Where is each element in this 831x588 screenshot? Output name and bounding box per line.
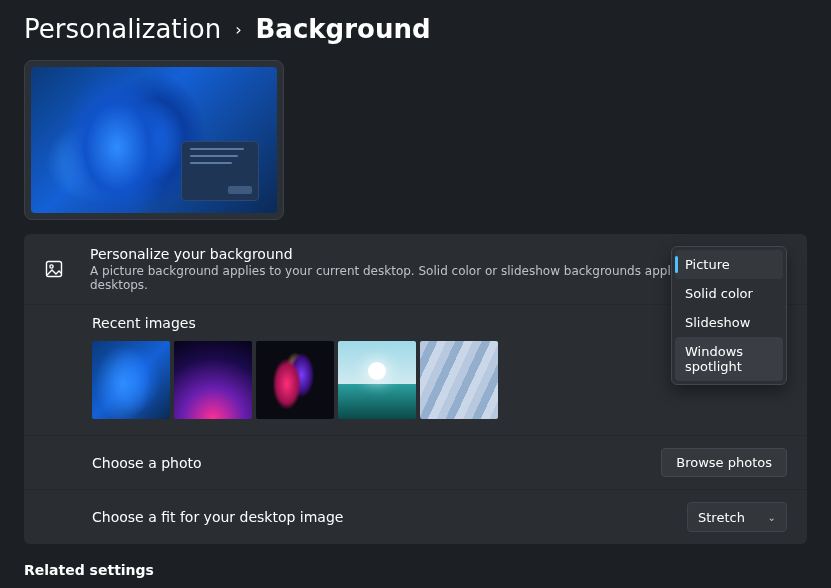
page-title: Background [256,14,431,44]
choose-photo-row: Choose a photo Browse photos [24,435,807,489]
svg-rect-0 [47,262,62,277]
chevron-down-icon: ⌄ [768,512,776,523]
background-settings-card: Personalize your background A picture ba… [24,234,807,544]
choose-fit-row: Choose a fit for your desktop image Stre… [24,489,807,544]
dropdown-option-windows-spotlight[interactable]: Windows spotlight [675,337,783,381]
recent-image-4[interactable] [338,341,416,419]
breadcrumb-parent[interactable]: Personalization [24,14,221,44]
recent-image-5[interactable] [420,341,498,419]
dropdown-option-slideshow[interactable]: Slideshow [675,308,783,337]
browse-photos-button[interactable]: Browse photos [661,448,787,477]
recent-image-3[interactable] [256,341,334,419]
dropdown-option-solid-color[interactable]: Solid color [675,279,783,308]
personalize-row: Personalize your background A picture ba… [24,234,807,304]
picture-icon [44,259,64,279]
choose-photo-label: Choose a photo [92,455,661,471]
background-preview-image [31,67,277,213]
dropdown-option-picture[interactable]: Picture [675,250,783,279]
recent-image-1[interactable] [92,341,170,419]
fit-dropdown-value: Stretch [698,510,745,525]
background-preview [24,60,284,220]
chevron-right-icon: › [235,20,241,39]
recent-image-2[interactable] [174,341,252,419]
svg-point-1 [50,265,53,268]
background-type-dropdown[interactable]: Picture Solid color Slideshow Windows sp… [671,246,787,385]
preview-window-mock [181,141,259,201]
breadcrumb: Personalization › Background [24,14,807,44]
choose-fit-label: Choose a fit for your desktop image [92,509,687,525]
fit-dropdown[interactable]: Stretch ⌄ [687,502,787,532]
related-settings-header: Related settings [24,562,807,578]
